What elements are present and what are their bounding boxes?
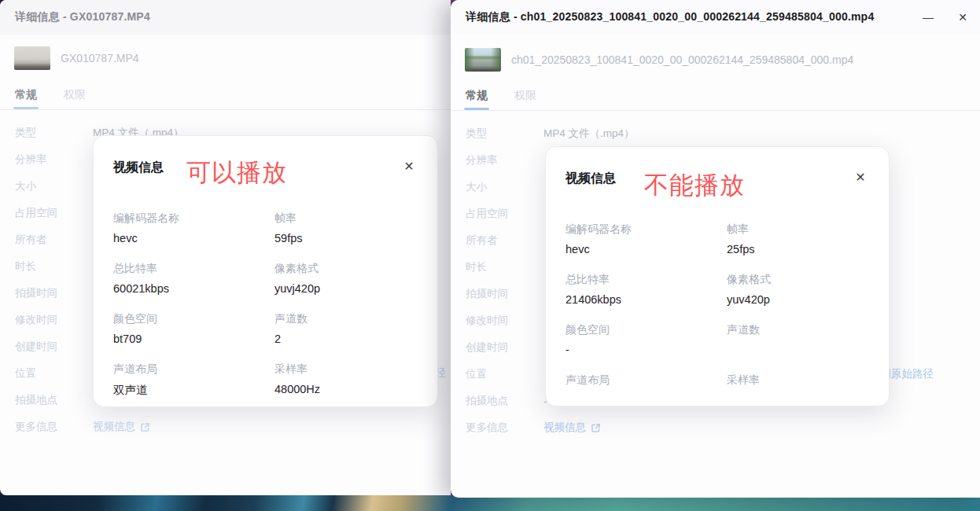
- row-label: 大小: [15, 179, 93, 193]
- field-sample-rate: 采样率: [727, 373, 884, 407]
- left-window-title: 详细信息 - GX010787.MP4: [0, 10, 150, 24]
- row-label: 位置: [15, 366, 93, 380]
- right-tabs: 常规 权限: [451, 89, 980, 110]
- window-controls: — ✕: [911, 0, 980, 35]
- field-codec: 编解码器名称 hevc: [113, 211, 271, 245]
- field-channels: 声道数: [727, 323, 884, 357]
- row-label: 时长: [466, 260, 543, 274]
- video-info-link-label: 视频信息: [93, 420, 135, 434]
- field-color-space: 颜色空间 bt709: [113, 312, 271, 346]
- video-info-link[interactable]: 视频信息: [543, 421, 601, 435]
- dialog-title: 视频信息: [113, 160, 164, 176]
- row-label: 修改时间: [15, 313, 93, 327]
- left-file-header: GX010787.MP4: [0, 46, 451, 70]
- right-titlebar[interactable]: 详细信息 - ch01_20250823_100841_0020_00_0002…: [451, 0, 980, 35]
- video-info-dialog-left: 视频信息 可以播放 ✕ 编解码器名称 hevc 帧率 59fps 总比特率 60…: [93, 135, 438, 407]
- minimize-icon[interactable]: —: [911, 6, 945, 29]
- row-label: 分辨率: [15, 153, 93, 167]
- row-label: 拍摄时间: [15, 286, 93, 300]
- row-label: 更多信息: [466, 421, 543, 435]
- row-label: 所有者: [466, 233, 543, 248]
- field-sample-rate: 采样率 48000Hz: [274, 362, 432, 396]
- table-row-more-info: 更多信息 视频信息: [451, 414, 980, 441]
- external-link-icon: [140, 422, 150, 432]
- row-label: 修改时间: [466, 314, 543, 328]
- field-framerate: 帧率 25fps: [727, 222, 884, 256]
- desktop: { "colors": { "annotation_red": "#fb5656…: [0, 0, 980, 511]
- row-label: 类型: [15, 126, 93, 140]
- annotation-can-play: 可以播放: [186, 156, 287, 189]
- row-label: 位置: [466, 367, 543, 381]
- row-label: 更多信息: [15, 420, 93, 434]
- video-thumbnail: [14, 46, 50, 70]
- dialog-title: 视频信息: [566, 171, 616, 187]
- row-label: 占用空间: [466, 207, 543, 221]
- close-icon[interactable]: ✕: [945, 6, 980, 29]
- row-label: 时长: [15, 259, 93, 274]
- row-label: 类型: [466, 127, 543, 141]
- field-framerate: 帧率 59fps: [274, 211, 432, 245]
- tab-permissions[interactable]: 权限: [514, 89, 536, 110]
- row-label: 拍摄地点: [15, 393, 93, 407]
- field-channel-layout: 声道布局 双声道: [113, 362, 271, 398]
- left-titlebar[interactable]: 详细信息 - GX010787.MP4: [0, 0, 451, 35]
- field-pixel-format: 像素格式 yuv420p: [727, 273, 884, 307]
- table-row-more-info: 更多信息 视频信息: [0, 414, 451, 440]
- left-tabs: 常规 权限: [0, 88, 451, 109]
- field-bitrate: 总比特率 60021kbps: [113, 262, 271, 296]
- video-info-link-label: 视频信息: [543, 421, 586, 435]
- close-icon[interactable]: ✕: [398, 155, 420, 177]
- tabs-divider: [451, 110, 980, 111]
- row-label: 创建时间: [15, 340, 93, 354]
- close-icon[interactable]: ✕: [849, 166, 871, 188]
- video-thumbnail: [465, 48, 501, 72]
- video-info-link[interactable]: 视频信息: [93, 420, 150, 434]
- annotation-cannot-play: 不能播放: [644, 169, 745, 202]
- row-label: 占用空间: [15, 206, 93, 220]
- table-row: 类型 MP4 文件（.mp4）: [451, 120, 980, 147]
- right-window-title: 详细信息 - ch01_20250823_100841_0020_00_0002…: [451, 10, 874, 24]
- row-label: 拍摄地点: [466, 394, 543, 408]
- row-label: 分辨率: [466, 153, 543, 167]
- row-label: 大小: [466, 180, 543, 194]
- field-color-space: 颜色空间 -: [566, 323, 723, 357]
- row-label: 所有者: [15, 233, 93, 247]
- right-file-header: ch01_20250823_100841_0020_00_000262144_2…: [451, 48, 980, 72]
- tab-general[interactable]: 常规: [15, 88, 37, 109]
- field-codec: 编解码器名称 hevc: [566, 222, 723, 256]
- row-label: 创建时间: [466, 340, 543, 355]
- external-link-icon: [591, 423, 601, 433]
- row-label: 拍摄时间: [466, 287, 543, 301]
- field-bitrate: 总比特率 21406kbps: [566, 273, 723, 307]
- field-channel-layout: 声道布局: [566, 373, 723, 407]
- tabs-divider: [0, 109, 451, 110]
- field-channels: 声道数 2: [274, 312, 432, 346]
- wallpaper-bottom-strip: [0, 495, 980, 511]
- tab-permissions[interactable]: 权限: [64, 88, 86, 109]
- tab-general[interactable]: 常规: [466, 89, 488, 110]
- file-name: GX010787.MP4: [61, 52, 139, 64]
- file-name: ch01_20250823_100841_0020_00_000262144_2…: [511, 53, 853, 66]
- video-info-dialog-right: 视频信息 不能播放 ✕ 编解码器名称 hevc 帧率 25fps 总比特率 21…: [545, 146, 890, 406]
- field-pixel-format: 像素格式 yuvj420p: [274, 262, 432, 296]
- row-value: MP4 文件（.mp4）: [543, 127, 635, 141]
